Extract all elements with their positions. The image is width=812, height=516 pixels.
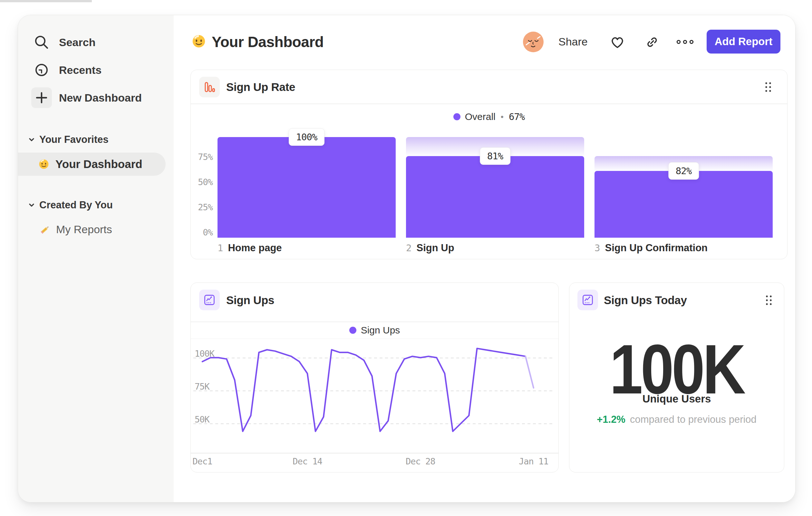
sidebar-item-search[interactable]: Search (18, 29, 174, 56)
search-icon (31, 34, 52, 51)
card-header: Sign Ups Today (569, 283, 784, 317)
metric-comparison: +1.2% compared to previous period (569, 413, 784, 426)
link-icon[interactable] (643, 15, 660, 69)
sidebar-item-label: New Dashboard (59, 91, 142, 104)
funnel-chart: 75%50%25%0%100%1Home page81%2Sign Up82%3… (191, 70, 787, 259)
funnel-step-name: Home page (228, 242, 282, 254)
sidebar-section-created-by-you[interactable]: Created By You (28, 195, 113, 215)
drag-handle-icon[interactable] (765, 283, 773, 318)
plus-icon-box (31, 87, 52, 108)
plus-icon (31, 87, 52, 108)
share-button[interactable]: Share (558, 15, 588, 69)
sidebar-item-your-dashboard[interactable]: Your Dashboard (18, 153, 166, 176)
chevron-down-icon (28, 136, 35, 143)
sign-up-rate-card: Sign Up Rate Overall • 67% 75%50%25%0%10… (191, 70, 787, 259)
line-chart-icon (577, 290, 598, 310)
chevron-down-icon (28, 201, 35, 209)
funnel-bar-1[interactable] (218, 137, 396, 238)
page-title: Your Dashboard (212, 33, 323, 51)
add-report-button[interactable]: Add Report (707, 30, 780, 54)
page-header: Your Dashboard Share Add Report (174, 15, 795, 69)
page-title-group: Your Dashboard (191, 15, 323, 69)
y-axis-tick: 25% (193, 203, 213, 212)
y-axis-tick: 75% (193, 153, 213, 161)
user-avatar[interactable] (523, 15, 544, 69)
main-area: Your Dashboard Share Add Report Sign Up … (174, 15, 795, 502)
smiley-emoji-icon (38, 158, 50, 170)
funnel-step-number: 2 (406, 243, 411, 253)
sign-ups-today-card: Sign Ups Today 100K Unique Users +1.2% c… (569, 282, 784, 472)
share-label: Share (558, 35, 588, 48)
delta-badge: +1.2% (597, 414, 626, 425)
sidebar-item-label: Your Dashboard (55, 158, 142, 171)
metric-caption: Unique Users (569, 392, 784, 406)
sidebar-section-label: Created By You (39, 199, 113, 211)
app-window: SearchRecentsNew DashboardYour Favorites… (18, 15, 795, 503)
funnel-step-name: Sign Up (416, 242, 454, 254)
sidebar-section-your-favorites[interactable]: Your Favorites (28, 130, 109, 149)
sidebar-item-new-dashboard[interactable]: New Dashboard (18, 84, 174, 111)
sidebar: SearchRecentsNew DashboardYour Favorites… (18, 15, 174, 502)
funnel-value-label: 81% (480, 147, 511, 165)
sign-ups-card: Sign Ups Sign Ups 100K75K50KDec1Dec 14De… (191, 282, 559, 472)
pencil-emoji-icon (39, 223, 52, 236)
sidebar-item-recents[interactable]: Recents (18, 56, 174, 84)
y-axis-tick: 0% (193, 228, 213, 237)
card-title: Sign Ups Today (604, 283, 687, 318)
sidebar-item-my-reports[interactable]: My Reports (18, 216, 174, 242)
smiley-emoji-icon (191, 33, 207, 50)
y-axis-tick: 50% (193, 178, 213, 186)
funnel-bar-2[interactable] (406, 156, 584, 238)
sign-ups-line-series (191, 334, 557, 460)
funnel-step-number: 1 (218, 243, 223, 253)
delta-caption: compared to previous period (630, 414, 757, 425)
sidebar-section-label: Your Favorites (39, 134, 109, 145)
recents-clock-icon (31, 62, 52, 78)
funnel-value-label: 82% (668, 162, 699, 180)
sidebar-item-label: Search (59, 36, 95, 49)
sidebar-item-label: Recents (59, 64, 102, 76)
funnel-step-label: 2Sign Up (406, 242, 454, 254)
funnel-step-name: Sign Up Confirmation (605, 242, 707, 254)
funnel-bar-3[interactable] (594, 171, 773, 238)
funnel-step-label: 3Sign Up Confirmation (594, 242, 707, 254)
heart-icon[interactable] (609, 15, 626, 69)
funnel-step-label: 1Home page (218, 242, 282, 254)
funnel-value-label: 100% (289, 128, 325, 146)
sidebar-item-label: My Reports (56, 223, 112, 236)
more-options-icon[interactable] (676, 15, 694, 69)
line-chart: 100K75K50KDec1Dec 14Dec 28Jan 11 (191, 283, 558, 472)
screen-edge-artifact (0, 0, 92, 2)
funnel-step-number: 3 (594, 243, 600, 253)
